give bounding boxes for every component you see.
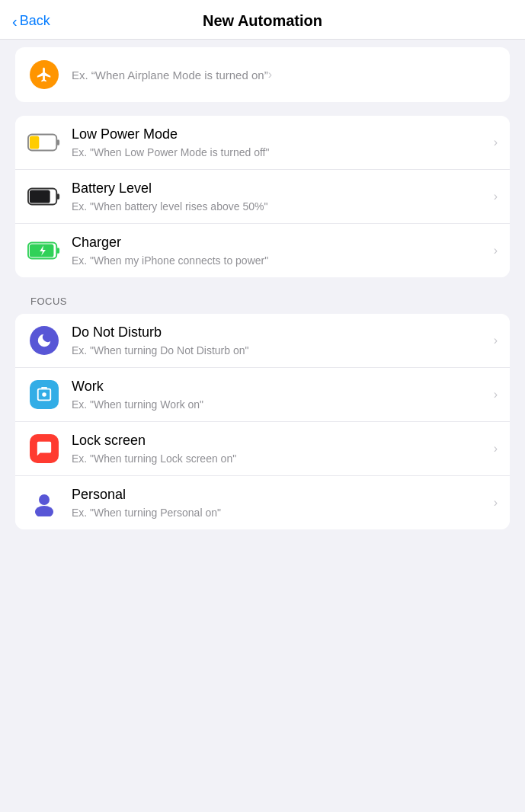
chevron-icon: › (494, 190, 498, 203)
work-subtitle: Ex. "When turning Work on" (72, 398, 494, 411)
lock-screen-subtitle: Ex. "When turning Lock screen on" (72, 452, 494, 465)
battery-level-icon (27, 187, 61, 206)
airplane-subtitle: Ex. “When Airplane Mode is turned on” (72, 69, 268, 82)
personal-text: Personal Ex. "When turning Personal on" (72, 486, 494, 519)
back-label: Back (20, 13, 50, 29)
personal-icon-container (27, 486, 61, 519)
chevron-icon: › (494, 136, 498, 149)
chevron-icon: › (268, 68, 272, 82)
list-item-charger[interactable]: Charger Ex. "When my iPhone connects to … (15, 224, 510, 277)
charger-title: Charger (72, 234, 494, 251)
charger-icon-container (27, 234, 61, 267)
battery-level-icon-container (27, 180, 61, 213)
chevron-icon: › (494, 244, 498, 257)
chevron-icon: › (494, 496, 498, 510)
list-item-personal[interactable]: Personal Ex. "When turning Personal on" … (15, 476, 510, 529)
work-title: Work (72, 378, 494, 395)
do-not-disturb-text: Do Not Disturb Ex. "When turning Do Not … (72, 324, 494, 357)
list-item-work[interactable]: Work Ex. "When turning Work on" › (15, 368, 510, 422)
list-item-lock-screen[interactable]: Lock screen Ex. "When turning Lock scree… (15, 422, 510, 476)
focus-section-label: FOCUS (15, 288, 82, 313)
lock-screen-text: Lock screen Ex. "When turning Lock scree… (72, 432, 494, 465)
low-power-battery-icon (27, 133, 61, 152)
moon-icon (36, 332, 53, 349)
personal-title: Personal (72, 486, 494, 504)
battery-level-text: Battery Level Ex. "When battery level ri… (72, 180, 494, 213)
do-not-disturb-subtitle: Ex. "When turning Do Not Disturb on" (72, 344, 494, 357)
low-power-mode-subtitle: Ex. "When Low Power Mode is turned off" (72, 145, 494, 159)
work-icon-container (27, 378, 61, 411)
svg-rect-4 (56, 193, 59, 200)
list-item-do-not-disturb[interactable]: Do Not Disturb Ex. "When turning Do Not … (15, 314, 510, 368)
svg-point-12 (35, 506, 53, 516)
svg-point-10 (42, 392, 46, 397)
work-text: Work Ex. "When turning Work on" (72, 378, 494, 411)
partial-item-airplane[interactable]: Ex. “When Airplane Mode is turned on” › (15, 47, 510, 102)
charger-text: Charger Ex. "When my iPhone connects to … (72, 234, 494, 267)
lock-screen-title: Lock screen (72, 432, 494, 449)
navigation-header: ‹ Back New Automation (0, 0, 525, 40)
list-item-low-power-mode[interactable]: Low Power Mode Ex. "When Low Power Mode … (15, 116, 510, 170)
battery-section: Low Power Mode Ex. "When Low Power Mode … (15, 116, 510, 277)
personal-subtitle: Ex. "When turning Personal on" (72, 506, 494, 519)
lock-screen-icon (36, 440, 53, 457)
low-power-mode-text: Low Power Mode Ex. "When Low Power Mode … (72, 126, 494, 159)
personal-icon (30, 489, 58, 516)
focus-section: Do Not Disturb Ex. "When turning Do Not … (15, 314, 510, 529)
svg-point-11 (39, 494, 50, 505)
chevron-icon: › (494, 442, 498, 456)
chevron-icon: › (494, 388, 498, 401)
work-icon (36, 386, 53, 403)
svg-rect-2 (30, 136, 39, 149)
battery-level-subtitle: Ex. "When battery level rises above 50%" (72, 200, 494, 213)
low-power-mode-title: Low Power Mode (72, 126, 494, 143)
svg-rect-7 (56, 248, 59, 254)
back-button[interactable]: ‹ Back (12, 13, 50, 29)
charger-battery-icon (27, 241, 61, 260)
chevron-icon: › (494, 334, 498, 347)
charger-subtitle: Ex. "When my iPhone connects to power" (72, 254, 494, 267)
low-power-mode-icon-container (27, 126, 61, 159)
airplane-icon-container (27, 58, 61, 91)
page-title: New Automation (203, 12, 322, 30)
list-item-battery-level[interactable]: Battery Level Ex. "When battery level ri… (15, 170, 510, 224)
do-not-disturb-icon-container (27, 324, 61, 357)
lock-screen-icon-container (27, 432, 61, 465)
back-chevron-icon: ‹ (12, 14, 18, 29)
do-not-disturb-title: Do Not Disturb (72, 324, 494, 341)
svg-rect-5 (30, 190, 50, 203)
focus-section-header: FOCUS (0, 291, 525, 314)
svg-rect-1 (56, 139, 59, 145)
airplane-icon (36, 66, 53, 83)
battery-level-title: Battery Level (72, 180, 494, 197)
